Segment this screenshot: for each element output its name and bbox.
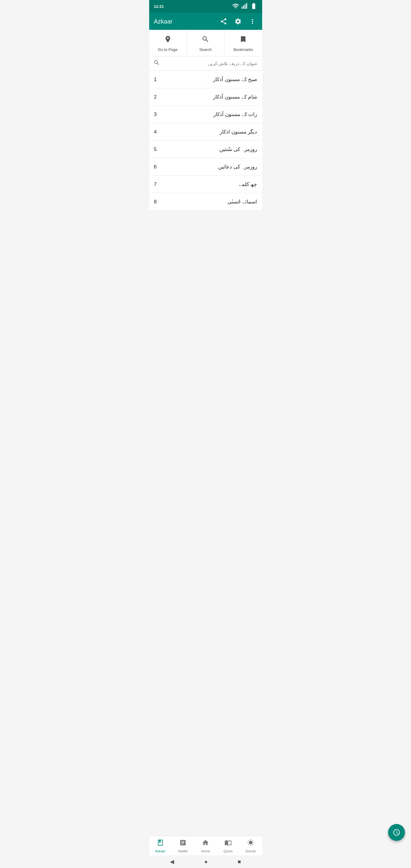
list-item-number: 2 xyxy=(154,94,162,100)
nav-home[interactable]: Home xyxy=(194,836,217,855)
app-title: Azkaar xyxy=(154,18,173,25)
nav-seerah-label: Seerah xyxy=(245,849,256,853)
top-bar-icons xyxy=(219,17,257,26)
status-icons xyxy=(232,2,257,10)
list-item-number: 8 xyxy=(154,199,162,205)
list-item-text: روزمرہ کی سُنتیں xyxy=(219,146,257,153)
list-item-number: 3 xyxy=(154,112,162,118)
top-bar: Azkaar xyxy=(149,13,262,30)
list-item-number: 7 xyxy=(154,181,162,187)
nav-hadith[interactable]: Hadith xyxy=(172,836,194,855)
nav-home-label: Home xyxy=(201,849,210,853)
search-bar-icon xyxy=(153,59,160,67)
nav-quran-label: Quran xyxy=(224,849,233,853)
bookmarks-action[interactable]: Bookmarks xyxy=(224,30,262,56)
quick-actions: Go to Page Search Bookmarks xyxy=(149,30,262,56)
list-item-text: روزمرہ کی دعائیں xyxy=(218,164,257,170)
back-button[interactable]: ◀ xyxy=(170,858,174,865)
nav-azkaar[interactable]: Azkaar xyxy=(149,836,172,855)
share-button[interactable] xyxy=(219,17,228,26)
list-item-text: شام کے مسنون آذکار xyxy=(213,94,257,100)
search-input[interactable] xyxy=(163,61,258,66)
list-item-number: 5 xyxy=(154,147,162,153)
list-item-number: 1 xyxy=(154,76,162,83)
battery-icon xyxy=(250,2,257,10)
list-item-number: 6 xyxy=(154,164,162,170)
list-item[interactable]: رات کے مسنون آذکار 3 xyxy=(149,106,262,123)
list-item[interactable]: روزمرہ کی دعائیں 6 xyxy=(149,158,262,176)
svg-rect-0 xyxy=(242,7,243,9)
svg-rect-2 xyxy=(245,4,246,9)
status-bar: 12:21 xyxy=(149,0,262,13)
navigate-icon xyxy=(164,35,172,45)
list-item[interactable]: صبح کے مسنون آذکار 1 xyxy=(149,71,262,88)
nav-azkaar-label: Azkaar xyxy=(155,849,165,853)
search-bar xyxy=(149,56,262,71)
list-item[interactable]: روزمرہ کی سُنتیں 5 xyxy=(149,141,262,158)
list-item[interactable]: شام کے مسنون آذکار 2 xyxy=(149,88,262,106)
list-item[interactable]: چھ کلمے 7 xyxy=(149,176,262,193)
go-to-page-action[interactable]: Go to Page xyxy=(149,30,187,56)
signal-icon xyxy=(241,2,248,10)
more-button[interactable] xyxy=(248,17,257,26)
bookmarks-label: Bookmarks xyxy=(233,47,253,52)
settings-button[interactable] xyxy=(233,17,243,26)
list-item[interactable]: دیگر مسنون اذکار 4 xyxy=(149,123,262,141)
system-nav-bar: ◀ ● ■ xyxy=(149,855,262,868)
list-item-text: اسمائے حُسنٰی xyxy=(227,198,257,205)
svg-rect-1 xyxy=(243,5,244,9)
time: 12:21 xyxy=(154,4,164,9)
home-icon xyxy=(202,839,209,848)
list-item[interactable]: اسمائے حُسنٰی 8 xyxy=(149,193,262,211)
recent-button[interactable]: ■ xyxy=(238,859,241,865)
list-item-text: چھ کلمے xyxy=(239,181,257,187)
hadith-icon xyxy=(179,839,187,848)
list-item-text: دیگر مسنون اذکار xyxy=(220,129,257,135)
svg-rect-3 xyxy=(246,3,247,9)
list-item-text: رات کے مسنون آذکار xyxy=(213,111,257,118)
list-item-number: 4 xyxy=(154,129,162,135)
bottom-nav: Azkaar Hadith Home Quran Seerah xyxy=(149,836,262,855)
bookmark-icon xyxy=(239,35,247,45)
list-item-text: صبح کے مسنون آذکار xyxy=(213,76,257,83)
search-label: Search xyxy=(199,47,212,52)
go-to-page-label: Go to Page xyxy=(158,47,178,52)
wifi-icon xyxy=(232,2,239,10)
search-action[interactable]: Search xyxy=(187,30,224,56)
list-container: صبح کے مسنون آذکار 1 شام کے مسنون آذکار … xyxy=(149,71,262,836)
azkaar-icon xyxy=(157,839,164,848)
home-button[interactable]: ● xyxy=(204,859,208,865)
nav-quran[interactable]: Quran xyxy=(217,836,240,855)
sun-icon xyxy=(247,839,254,848)
search-icon xyxy=(201,35,210,45)
quran-icon xyxy=(224,839,232,848)
nav-hadith-label: Hadith xyxy=(178,849,188,853)
nav-seerah[interactable]: Seerah xyxy=(240,836,262,855)
